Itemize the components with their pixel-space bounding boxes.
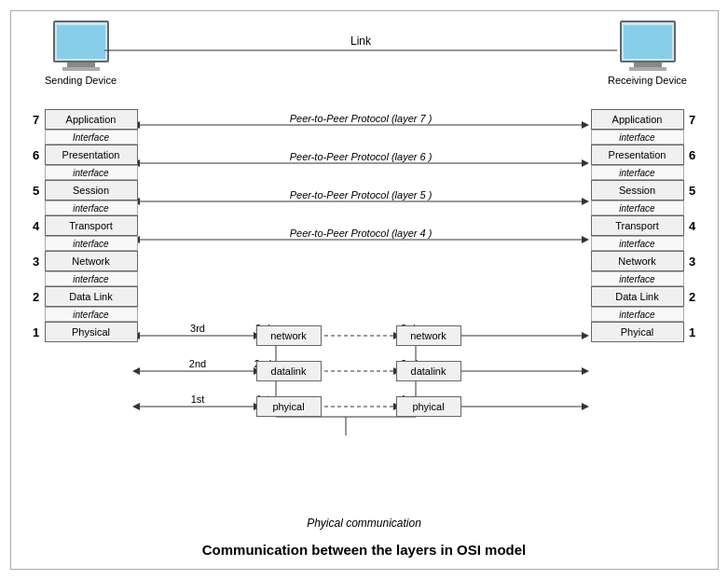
- svg-text:3rd: 3rd: [190, 323, 205, 334]
- middle-datalink-right: datalink: [396, 361, 461, 381]
- svg-marker-43: [132, 403, 140, 410]
- phyical-communication-label: Phyical communication: [307, 517, 421, 530]
- monitor-right: [620, 21, 676, 62]
- svg-marker-31: [132, 367, 140, 375]
- svg-marker-8: [582, 159, 589, 167]
- layer-7-left-num: 7: [28, 113, 45, 127]
- svg-text:Link: Link: [350, 35, 371, 48]
- interface-2-right: interface: [591, 307, 684, 322]
- layer-4-left-num: 4: [28, 219, 45, 233]
- interface-4-left: interface: [45, 236, 138, 251]
- layer-7-right-row: Application 7: [591, 109, 701, 130]
- svg-marker-16: [582, 236, 589, 243]
- layer-5-left-row: 5 Session: [28, 180, 138, 200]
- layer-2-right-num: 2: [684, 290, 701, 304]
- layer-4-right-num: 4: [684, 219, 701, 233]
- layer-3-right-num: 3: [684, 255, 701, 269]
- svg-text:1st: 1st: [190, 394, 204, 405]
- layer-5-right-num: 5: [684, 184, 701, 198]
- sending-device: Sending Device: [39, 21, 123, 86]
- layer-6-right-box: Presentation: [591, 145, 684, 165]
- svg-text:Peer-to-Peer Protocol (layer 7: Peer-to-Peer Protocol (layer 7 ): [289, 113, 432, 124]
- monitor-left: [53, 21, 109, 62]
- interface-6-right: interface: [591, 165, 684, 180]
- layer-6-right-num: 6: [684, 148, 701, 162]
- svg-marker-53: [582, 403, 589, 410]
- layer-3-left-row: 3 Network: [28, 251, 138, 271]
- layer-1-left-row: 1 Physical: [28, 322, 138, 342]
- layer-2-left-box: Data Link: [45, 286, 138, 307]
- svg-text:2nd: 2nd: [188, 358, 205, 369]
- layer-6-right-row: Presentation 6: [591, 145, 701, 165]
- layer-7-right-box: Application: [591, 109, 684, 130]
- sending-label: Sending Device: [45, 75, 117, 86]
- layer-3-right-row: Network 3: [591, 251, 701, 271]
- layer-6-left-row: 6 Presentation: [28, 145, 138, 165]
- interface-7-right: interface: [591, 130, 684, 145]
- layer-6-left-box: Presentation: [45, 145, 138, 165]
- svg-text:Peer-to-Peer Protocol (layer 5: Peer-to-Peer Protocol (layer 5 ): [289, 189, 432, 200]
- layer-4-right-row: Transport 4: [591, 215, 701, 236]
- layer-1-left-num: 1: [28, 325, 45, 339]
- svg-marker-41: [582, 367, 589, 375]
- middle-physical-right: phyical: [396, 396, 461, 417]
- middle-datalink-left: datalink: [256, 361, 322, 381]
- layer-4-left-row: 4 Transport: [28, 215, 138, 236]
- interface-5-left: interface: [45, 200, 138, 215]
- layer-1-left-box: Physical: [45, 322, 138, 342]
- svg-text:Peer-to-Peer Protocol (layer 4: Peer-to-Peer Protocol (layer 4 ): [289, 228, 432, 239]
- diagram-container: Sending Device Receiving Device Link Pee…: [10, 10, 719, 570]
- interface-5-right: interface: [591, 200, 684, 215]
- layer-2-left-row: 2 Data Link: [28, 286, 138, 307]
- layer-4-right-box: Transport: [591, 215, 684, 236]
- receiving-device: Receiving Device: [606, 21, 690, 86]
- layer-2-right-row: Data Link 2: [591, 286, 701, 307]
- interface-2-left: interface: [45, 307, 138, 322]
- layer-6-left-num: 6: [28, 148, 45, 162]
- layer-5-left-box: Session: [45, 180, 138, 200]
- layer-1-right-box: Phyical: [591, 322, 684, 342]
- middle-network-right: network: [396, 325, 461, 346]
- layer-2-right-box: Data Link: [591, 286, 684, 307]
- svg-marker-12: [582, 198, 589, 205]
- layer-5-right-box: Session: [591, 180, 684, 200]
- middle-network-left: network: [256, 325, 322, 346]
- layer-4-left-box: Transport: [45, 215, 138, 236]
- layer-7-left-box: Application: [45, 109, 138, 130]
- layer-5-right-row: Session 5: [591, 180, 701, 200]
- interface-4-right: interface: [591, 236, 684, 251]
- svg-marker-29: [582, 332, 589, 339]
- interface-6-left: interface: [45, 165, 138, 180]
- left-layer-stack: 7 Application Interface 6 Presentation i…: [28, 109, 138, 342]
- main-title: Communication between the layers in OSI …: [202, 542, 527, 558]
- interface-3-right: interface: [591, 271, 684, 286]
- layer-1-right-num: 1: [684, 325, 701, 339]
- layer-3-left-box: Network: [45, 251, 138, 271]
- layer-1-right-row: Phyical 1: [591, 322, 701, 342]
- layer-3-left-num: 3: [28, 255, 45, 269]
- layer-7-right-num: 7: [684, 113, 701, 127]
- layer-5-left-num: 5: [28, 184, 45, 198]
- right-layer-stack: Application 7 interface Presentation 6 i…: [591, 109, 701, 342]
- receiving-label: Receiving Device: [608, 75, 687, 86]
- middle-physical-left: phyical: [256, 396, 322, 417]
- layer-7-left-row: 7 Application: [28, 109, 138, 130]
- layer-3-right-box: Network: [591, 251, 684, 271]
- interface-3-left: interface: [45, 271, 138, 286]
- svg-text:Peer-to-Peer Protocol (layer 6: Peer-to-Peer Protocol (layer 6 ): [289, 151, 432, 162]
- layer-2-left-num: 2: [28, 290, 45, 304]
- interface-7-left: Interface: [45, 130, 138, 145]
- svg-marker-4: [582, 121, 589, 129]
